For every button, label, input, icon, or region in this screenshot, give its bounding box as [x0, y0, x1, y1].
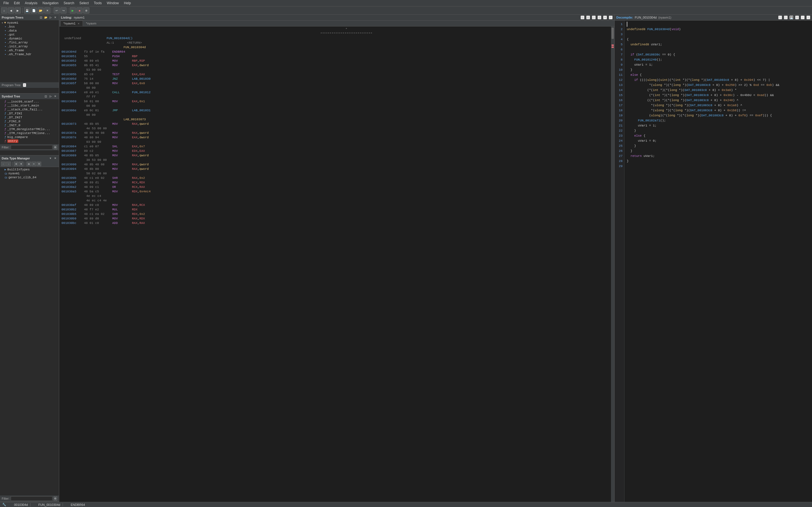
program-trees-close[interactable]: ✕ [53, 15, 57, 19]
symbol-tree-item[interactable]: ƒ entry [1, 139, 58, 143]
code-line[interactable]: return uVar1; [627, 154, 810, 159]
listing-line[interactable]: * [59, 27, 611, 32]
toolbar-run[interactable]: ▶ [70, 7, 76, 13]
program-tree-item[interactable]: ▪ .bss [1, 25, 58, 29]
listing-line[interactable]: 0010306ee9 0c 01JMPLAB_001031 [59, 108, 611, 113]
listing-line[interactable]: 00 00 [59, 113, 611, 117]
code-line[interactable] [627, 22, 810, 27]
toolbar-back[interactable]: ◀ [8, 7, 14, 13]
dtm-filter-btn[interactable]: ⚙ [54, 496, 57, 501]
code-line[interactable] [627, 47, 810, 52]
code-line[interactable]: (*(int *)(*(long *)(DAT_001083c8 + 8) + … [627, 93, 810, 98]
toolbar-open[interactable]: 📂 [38, 7, 44, 13]
listing-line[interactable]: 0010307e48 80 94MOVEAX,dword [59, 135, 611, 140]
menu-navigation[interactable]: Navigation [40, 1, 61, 6]
listing-line[interactable]: 0010309f48 89 d1MOVRCX,RDX [59, 180, 611, 185]
listing-line[interactable]: 00 00 [59, 86, 611, 90]
dtm-btn2[interactable]: → [6, 162, 11, 166]
menu-edit[interactable]: Edit [11, 1, 22, 6]
listing-line[interactable]: 0010304df3 0f 1e faENDBR64 [59, 50, 611, 54]
program-tree-item[interactable]: ▪ .dynamic [1, 37, 58, 41]
listing-icon3[interactable]: ⊟ [592, 15, 596, 19]
decompile-icon5[interactable]: ↗ [801, 15, 805, 19]
listing-line[interactable]: 0010309448 8b 80MOVRAX,qword [59, 167, 611, 171]
listing-line[interactable]: AL:1 <RETURN> [59, 41, 611, 45]
code-content[interactable]: undefined8 FUN_0010304d(void) { undefine… [624, 20, 812, 502]
toolbar-home[interactable]: ⌂ [1, 7, 7, 13]
symbol-tree-icon1[interactable]: ◫ [44, 94, 48, 98]
listing-tab-2[interactable]: *nyavm [83, 20, 100, 26]
code-line[interactable]: (ulong)(*(long *)(*(long *)(DAT_001083c8… [627, 113, 810, 118]
dtm-item[interactable]: 🗂 nyavm1 [1, 172, 58, 175]
program-tree-item[interactable]: ▪ .got [1, 33, 58, 37]
toolbar-redo[interactable]: ↪ [60, 7, 66, 13]
program-tree-item[interactable]: ▪ .init_array [1, 45, 58, 48]
code-line[interactable] [627, 164, 810, 169]
listing-line[interactable]: 53 00 00 [59, 68, 611, 72]
listing-line[interactable]: 00103084c1 e0 07SHLEAX,0x7 [59, 144, 611, 149]
code-line[interactable]: { [627, 37, 810, 42]
symbol-tree-item[interactable]: ƒ __isoc99_scanf... [1, 100, 58, 104]
listing-line[interactable]: 03 00 00 [59, 140, 611, 144]
symbol-tree-item[interactable]: ƒ _DT_FINI [1, 112, 58, 115]
code-line[interactable]: else { [627, 133, 810, 138]
symbol-tree-item[interactable]: ƒ _FINI_0 [1, 119, 58, 123]
dtm-close-icon[interactable]: ✕ [53, 156, 57, 160]
listing-icon1[interactable]: ⊞ [580, 15, 585, 19]
code-line[interactable]: FUN_00101249(); [627, 57, 810, 62]
code-line[interactable]: } [627, 128, 810, 133]
listing-line[interactable]: 0010305fb8 00 00MOVEAX,0x0 [59, 81, 611, 86]
decompile-content[interactable]: 1234567891011121314151617181920212223242… [615, 20, 812, 502]
dtm-btn7[interactable]: ☰ [37, 162, 41, 166]
listing-line[interactable]: 00103064e8 e0 e1CALLFUN_001012 [59, 90, 611, 95]
symbol-tree-item[interactable]: ƒ __libc_start_main [1, 104, 58, 108]
listing-icon5[interactable]: ▼ [603, 15, 607, 19]
listing-line[interactable]: **************************** [59, 32, 611, 36]
symbol-tree-item[interactable]: ƒ _DT_INIT [1, 115, 58, 119]
code-line[interactable]: *(ulong *)(*(long *)(DAT_001083c8 + 8) +… [627, 108, 810, 113]
listing-line[interactable]: 001030a548 ba c5MOVRDX,0x4ec4 [59, 189, 611, 194]
code-line[interactable]: *(ulong *)(*(long *)(DAT_001083c8 + 8) +… [627, 82, 810, 88]
code-line[interactable]: if ((((ulong)(uint)(*(int *)(*(long *)(D… [627, 77, 810, 82]
listing-icon4[interactable]: ⚙ [598, 15, 601, 19]
dtm-btn4[interactable]: ▼ [19, 162, 23, 166]
dtm-btn1[interactable]: ← [1, 162, 6, 166]
program-trees-icon1[interactable]: ◫ [39, 15, 43, 19]
listing-line[interactable]: undefinedFUN_0010304d() [59, 36, 611, 41]
decompile-icon2[interactable]: ⊡ [784, 15, 788, 19]
menu-help[interactable]: Help [122, 1, 133, 6]
listing-line[interactable]: 4e ec c4 4e [59, 198, 611, 203]
toolbar-close[interactable]: ✕ [44, 7, 50, 13]
code-line[interactable]: else { [627, 72, 810, 77]
menu-search[interactable]: Search [61, 1, 77, 6]
dtm-item[interactable]: 🗂 generic_clib_64 [1, 175, 58, 179]
listing-tab-1[interactable]: *nyavm1 ✕ [60, 20, 83, 26]
listing-icon2[interactable]: ⊠ [586, 15, 590, 19]
listing-line[interactable]: 001030b548 c1 ea 02SHRRDX,0x2 [59, 212, 611, 216]
program-tree-item[interactable]: ▪ .eh_frame [1, 48, 58, 52]
code-line[interactable]: undefined8 uVar1; [627, 42, 810, 47]
listing-line[interactable]: 001030558b 05 41MOVEAX,dword [59, 63, 611, 68]
listing-close[interactable]: ✕ [609, 15, 613, 19]
listing-line[interactable]: 0010308948 8b 05MOVRAX,qword [59, 153, 611, 158]
symbol-tree-filter-btn[interactable]: ⚙ [54, 145, 57, 150]
listing-line[interactable]: 0010305b85 c0TESTEAX,EAX [59, 72, 611, 76]
listing-line[interactable]: ff ff [59, 95, 611, 99]
symbol-tree-item[interactable]: ƒ __stack_chk_fail... [1, 108, 58, 112]
listing-line[interactable]: 0010309048 8b 40 08MOVRAX,qword [59, 162, 611, 167]
code-line[interactable]: FUN_00102a71(); [627, 118, 810, 123]
dtm-filter-input[interactable] [11, 496, 52, 501]
decompile-icon4[interactable]: ⚙ [795, 15, 799, 19]
listing-line[interactable]: 001030bc48 01 c0ADDRAX,RAX [59, 221, 611, 225]
listing-content[interactable]: *****************************undefinedFU… [59, 26, 611, 502]
toolbar-new[interactable]: 📄 [31, 7, 37, 13]
symbol-tree-item[interactable]: ƒ _INIT_0 [1, 123, 58, 127]
listing-line[interactable]: 4e 53 00 00 [59, 126, 611, 131]
code-line[interactable]: } [627, 149, 810, 154]
menu-select[interactable]: Select [77, 1, 91, 6]
dtm-item[interactable]: ▶ BuiltInTypes [1, 168, 58, 172]
program-trees-icon2[interactable]: 📂 [44, 15, 48, 19]
decompile-close[interactable]: ✕ [806, 15, 810, 19]
program-tree-item[interactable]: ▪ .fini_array [1, 41, 58, 45]
symbol-tree-item[interactable]: ƒ _ITM_registerTMClone... [1, 131, 58, 135]
